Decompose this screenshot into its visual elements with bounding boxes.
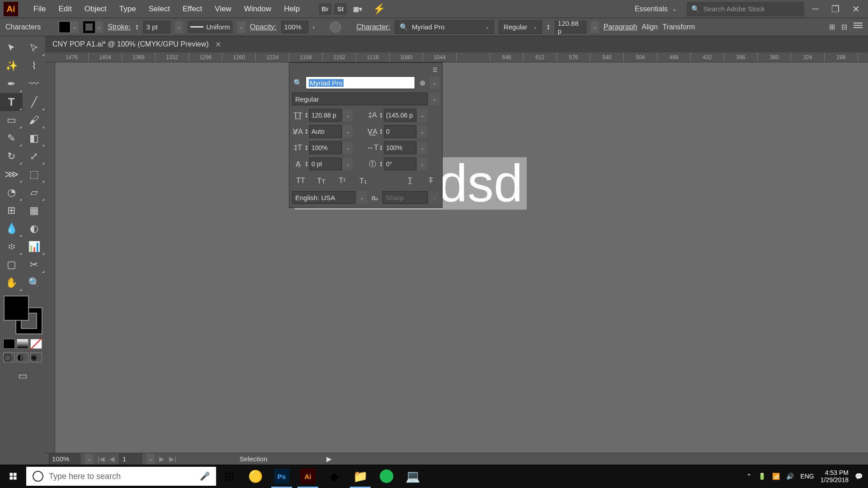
menu-help[interactable]: Help	[278, 2, 306, 16]
small-caps-button[interactable]: Tᴛ	[315, 175, 328, 187]
gpu-icon[interactable]: ⚡	[373, 3, 385, 15]
width-tool[interactable]: ⋙	[0, 165, 23, 183]
lasso-tool[interactable]: ⌇	[23, 57, 45, 75]
clock[interactable]: 4:53 PM 1/29/2018	[821, 469, 849, 483]
gradient-mode[interactable]	[17, 339, 28, 349]
window-close[interactable]: ✕	[848, 4, 864, 14]
isolate-button[interactable]: ⊞	[829, 23, 835, 31]
stroke-weight-stepper[interactable]: ▲▼	[135, 24, 139, 30]
font-style-field[interactable]: Regular	[292, 93, 428, 105]
stroke-label[interactable]: Stroke:	[108, 23, 131, 31]
leading-field[interactable]: (145.06 p	[384, 109, 416, 122]
taskbar-search[interactable]: Type here to search 🎤	[26, 467, 216, 486]
mesh-tool[interactable]: ⊞	[0, 202, 23, 220]
curvature-tool[interactable]: 〰	[23, 75, 45, 93]
app-2[interactable]: 💻	[400, 465, 426, 488]
font-size-stepper[interactable]: ▲▼	[547, 24, 550, 30]
zoom-dropdown[interactable]: ⌄	[85, 453, 93, 465]
font-size-dropdown[interactable]: ⌄	[591, 21, 599, 33]
subscript-button[interactable]: T₁	[356, 175, 370, 187]
slice-tool[interactable]: ✂	[23, 256, 45, 274]
first-artboard[interactable]: |◀	[98, 455, 105, 463]
draw-inside[interactable]: ◉	[30, 352, 42, 362]
fill-dropdown[interactable]: ⌄	[71, 21, 79, 33]
mic-icon[interactable]: 🎤	[200, 471, 210, 481]
rectangle-tool[interactable]: ▭	[0, 111, 23, 129]
tracking-field[interactable]: 0	[384, 125, 416, 138]
menu-type[interactable]: Type	[113, 2, 142, 16]
eraser-tool[interactable]: ◧	[23, 129, 45, 147]
transform-link[interactable]: Transform	[662, 23, 695, 31]
menu-effect[interactable]: Effect	[176, 2, 208, 16]
language-select[interactable]: English: USA	[292, 191, 355, 204]
underline-button[interactable]: T	[403, 175, 417, 187]
pen-tool[interactable]: ✒	[0, 75, 23, 93]
artboard-tool[interactable]: ▢	[0, 256, 23, 274]
hscale-field[interactable]: 100%	[384, 141, 416, 154]
shape-builder-tool[interactable]: ◔	[0, 183, 23, 202]
shaper-tool[interactable]: ✎	[0, 129, 23, 147]
workspace-switcher[interactable]: Essentials⌄	[628, 2, 683, 16]
direct-selection-tool[interactable]	[23, 39, 45, 57]
battery-icon[interactable]: 🔋	[758, 473, 766, 480]
font-family-field[interactable]: Myriad Pro	[306, 76, 415, 89]
close-tab[interactable]: ✕	[215, 40, 221, 49]
baseline-field[interactable]: 0 pt	[309, 158, 342, 170]
fill-swatch[interactable]	[59, 21, 71, 33]
bridge-button[interactable]: Br	[319, 3, 331, 15]
font-style-dd[interactable]: ⌄	[429, 93, 439, 105]
clear-button[interactable]: ⊗	[417, 77, 428, 88]
font-size-input[interactable]: 120.88 p	[555, 21, 586, 33]
stroke-weight-dropdown[interactable]: ⌄	[175, 21, 183, 33]
artboard-number[interactable]: 1	[119, 453, 142, 465]
vscale-field[interactable]: 100%	[309, 141, 342, 154]
window-restore[interactable]: ❐	[827, 4, 844, 14]
fill-stroke-indicator[interactable]	[4, 296, 42, 333]
all-caps-button[interactable]: TT	[294, 175, 307, 187]
next-artboard[interactable]: ▶	[159, 455, 165, 463]
font-size-spin[interactable]: ▲▼	[305, 112, 308, 118]
illustrator-app[interactable]: Ai	[295, 465, 321, 488]
stock-button[interactable]: St	[334, 3, 347, 15]
kerning-field[interactable]: Auto	[309, 125, 342, 138]
task-view[interactable]: ⊞	[216, 465, 242, 488]
stroke-weight-input[interactable]: 3 pt	[143, 21, 170, 33]
menu-select[interactable]: Select	[142, 2, 176, 16]
antialiasing-select[interactable]: Sharp	[382, 191, 428, 204]
stroke-swatch[interactable]	[83, 21, 95, 33]
opacity-label[interactable]: Opacity:	[250, 23, 277, 31]
document-tab[interactable]: CNY POP A1.ai* @ 100% (CMYK/GPU Preview)…	[45, 36, 868, 52]
menu-view[interactable]: View	[208, 2, 238, 16]
screen-mode[interactable]: ▭	[11, 367, 34, 385]
menu-file[interactable]: File	[27, 2, 52, 16]
wifi-icon[interactable]: 📶	[772, 473, 780, 480]
none-mode[interactable]	[30, 339, 42, 349]
scale-tool[interactable]: ⤢	[23, 147, 45, 165]
draw-normal[interactable]: ◯	[3, 352, 15, 362]
strikethrough-button[interactable]: T	[424, 175, 438, 187]
align-link[interactable]: Align	[642, 23, 658, 31]
selection-tool[interactable]	[0, 39, 23, 57]
panel-menu-icon[interactable]: ☰	[433, 67, 438, 73]
superscript-button[interactable]: T¹	[335, 175, 349, 187]
rotate-tool[interactable]: ↻	[0, 147, 23, 165]
menu-window[interactable]: Window	[238, 2, 278, 16]
opacity-input[interactable]: 100%	[281, 21, 308, 33]
character-label[interactable]: Character:	[356, 23, 390, 31]
menu-object[interactable]: Object	[78, 2, 113, 16]
search-adobe-stock[interactable]: 🔍 Search Adobe Stock	[687, 2, 804, 16]
chrome-app[interactable]: 🟡	[242, 465, 269, 488]
arrange-docs-button[interactable]: ▦▾	[351, 3, 364, 15]
window-minimize[interactable]: ─	[808, 4, 823, 14]
stroke-profile[interactable]: Uniform	[188, 21, 233, 33]
zoom-level[interactable]: 100%	[49, 453, 80, 465]
symbol-sprayer-tool[interactable]: ፨	[0, 238, 23, 256]
prev-artboard[interactable]: ◀	[109, 455, 115, 463]
align-to-button[interactable]: ⊟	[841, 23, 847, 31]
hand-tool[interactable]: ✋	[0, 274, 23, 292]
last-artboard[interactable]: ▶|	[169, 455, 176, 463]
app-1[interactable]: ◆	[321, 465, 347, 488]
draw-behind[interactable]: ◐	[17, 352, 28, 362]
perspective-tool[interactable]: ▱	[23, 183, 45, 202]
column-graph-tool[interactable]: 📊	[23, 238, 45, 256]
